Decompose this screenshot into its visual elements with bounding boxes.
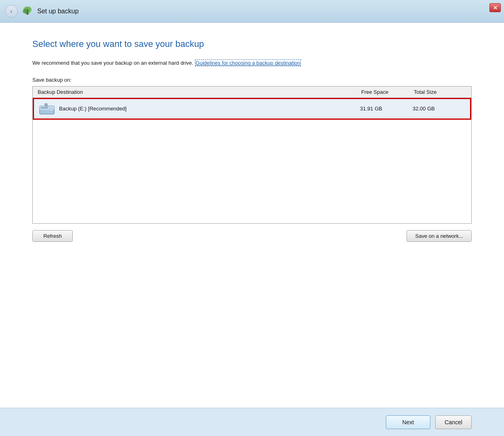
free-space-value: 31.91 GB [360,106,413,112]
svg-point-4 [50,109,52,111]
refresh-button[interactable]: Refresh [32,230,73,242]
backup-destination-table: Backup Destination Free Space Total Size [32,86,472,224]
window-title: Set up backup [37,8,78,15]
total-size-value: 32.00 GB [413,106,465,112]
below-table-actions: Refresh Save on a network... [32,224,472,242]
footer: Next Cancel [0,408,504,436]
svg-rect-5 [41,107,48,108]
drive-icon [39,102,55,115]
column-header-freespace: Free Space [361,89,414,95]
next-button[interactable]: Next [386,415,430,429]
save-on-network-button[interactable]: Save on a network... [407,230,472,242]
close-icon: ✕ [493,5,498,11]
destination-name: Backup (E:) [Recommended] [59,106,127,112]
guidelines-link[interactable]: Guidelines for choosing a backup destina… [195,59,301,66]
svg-rect-6 [45,104,47,106]
save-backup-label: Save backup on: [32,77,472,83]
table-row[interactable]: Backup (E:) [Recommended] 31.91 GB 32.00… [33,98,471,120]
column-header-totalsize: Total Size [414,89,466,95]
table-header: Backup Destination Free Space Total Size [33,87,471,98]
description-text: We recommend that you save your backup o… [32,59,472,67]
backup-icon [22,6,33,17]
page-title: Select where you want to save your backu… [32,39,472,49]
cancel-button[interactable]: Cancel [435,415,472,429]
column-header-destination: Backup Destination [38,89,361,95]
title-bar: ‹ Set up backup ✕ [0,0,504,23]
back-button[interactable]: ‹ [5,5,18,18]
row-destination-cell: Backup (E:) [Recommended] [39,102,360,115]
close-button[interactable]: ✕ [489,3,501,12]
main-content: Select where you want to save your backu… [0,23,504,408]
